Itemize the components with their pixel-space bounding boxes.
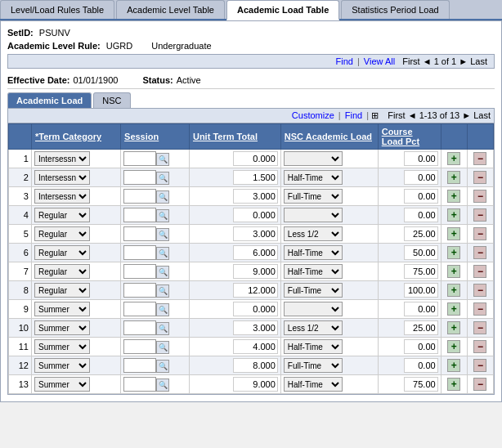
grid-icon[interactable]: ⊞ [371,110,379,120]
remove-row-button-1[interactable]: − [473,152,486,165]
course-load-pct-input-6[interactable] [404,245,438,260]
unit-term-total-input-4[interactable] [233,208,278,222]
session-search-button-13[interactable]: 🔍 [156,379,169,392]
add-row-button-7[interactable]: + [447,265,460,278]
session-search-button-7[interactable]: 🔍 [156,266,169,279]
remove-row-button-8[interactable]: − [473,284,486,297]
remove-row-button-13[interactable]: − [473,378,486,391]
session-input-7[interactable] [123,264,156,279]
nsc-academic-load-select-9[interactable]: Less 1/2Half-TimeFull-Time [284,302,343,316]
remove-row-button-10[interactable]: − [473,321,486,334]
nsc-academic-load-select-4[interactable]: Less 1/2Half-TimeFull-Time [284,208,343,222]
session-search-button-6[interactable]: 🔍 [156,247,169,260]
add-row-button-8[interactable]: + [447,284,460,297]
nsc-academic-load-select-12[interactable]: Less 1/2Half-TimeFull-Time [284,358,343,373]
remove-row-button-4[interactable]: − [473,208,486,222]
unit-term-total-input-5[interactable] [233,226,278,241]
session-search-button-11[interactable]: 🔍 [156,341,169,354]
term-category-select-9[interactable]: IntersessnRegularSummer [34,302,90,316]
header-link-course-load-pct[interactable]: CourseLoad Pct [382,127,419,146]
remove-row-button-7[interactable]: − [473,265,486,278]
last-label-table[interactable]: Last [473,110,491,120]
course-load-pct-input-7[interactable] [404,264,438,279]
unit-term-total-input-11[interactable] [233,339,278,354]
top-tab-level-load-rules[interactable]: Level/Load Rules Table [0,0,114,19]
course-load-pct-input-1[interactable] [404,151,438,166]
term-category-select-10[interactable]: IntersessnRegularSummer [34,320,90,335]
add-row-button-5[interactable]: + [447,227,460,240]
course-load-pct-input-5[interactable] [404,226,438,241]
nsc-academic-load-select-11[interactable]: Less 1/2Half-TimeFull-Time [284,339,343,354]
term-category-select-13[interactable]: IntersessnRegularSummer [34,377,90,392]
add-row-button-9[interactable]: + [447,302,460,316]
term-category-select-12[interactable]: IntersessnRegularSummer [34,358,90,373]
unit-term-total-input-1[interactable] [233,151,278,166]
nsc-academic-load-select-10[interactable]: Less 1/2Half-TimeFull-Time [284,320,343,335]
session-input-3[interactable] [123,189,156,204]
session-search-button-12[interactable]: 🔍 [156,360,169,373]
term-category-select-5[interactable]: IntersessnRegularSummer [34,226,90,241]
session-search-button-9[interactable]: 🔍 [156,303,169,316]
term-category-select-7[interactable]: IntersessnRegularSummer [34,264,90,279]
session-search-button-8[interactable]: 🔍 [156,284,169,298]
header-link-term-category[interactable]: *Term Category [35,132,101,141]
add-row-button-3[interactable]: + [447,190,460,203]
term-category-select-11[interactable]: IntersessnRegularSummer [34,339,90,354]
course-load-pct-input-12[interactable] [404,358,438,373]
course-load-pct-input-3[interactable] [404,189,438,204]
top-tab-academic-level[interactable]: Academic Level Table [116,0,225,19]
find-link-table[interactable]: Find [345,110,362,120]
top-tab-statistics-period-load[interactable]: Statistics Period Load [341,0,449,19]
add-row-button-1[interactable]: + [447,152,460,165]
unit-term-total-input-13[interactable] [233,377,278,392]
course-load-pct-input-4[interactable] [404,208,438,222]
session-search-button-5[interactable]: 🔍 [156,228,169,241]
remove-row-button-3[interactable]: − [473,190,486,203]
find-link-top[interactable]: Find [335,56,352,66]
session-search-button-2[interactable]: 🔍 [156,172,169,185]
remove-row-button-5[interactable]: − [473,227,486,240]
session-input-2[interactable] [123,170,156,185]
add-row-button-13[interactable]: + [447,378,460,391]
unit-term-total-input-8[interactable] [233,283,278,298]
header-link-session[interactable]: Session [124,132,159,141]
nsc-academic-load-select-2[interactable]: Less 1/2Half-TimeFull-Time [284,170,343,185]
session-input-11[interactable] [123,339,156,354]
unit-term-total-input-12[interactable] [233,358,278,373]
nsc-academic-load-select-13[interactable]: Less 1/2Half-TimeFull-Time [284,377,343,392]
session-input-1[interactable] [123,151,156,166]
remove-row-button-2[interactable]: − [473,171,486,184]
first-label-top[interactable]: First [402,56,419,66]
first-label-table[interactable]: First [388,110,405,120]
unit-term-total-input-7[interactable] [233,264,278,279]
customize-link[interactable]: Customize [292,110,334,120]
nsc-academic-load-select-5[interactable]: Less 1/2Half-TimeFull-Time [284,226,343,241]
remove-row-button-12[interactable]: − [473,359,486,372]
unit-term-total-input-9[interactable] [233,302,278,316]
term-category-select-6[interactable]: IntersessnRegularSummer [34,245,90,260]
remove-row-button-9[interactable]: − [473,302,486,316]
session-search-button-3[interactable]: 🔍 [156,190,169,204]
session-input-8[interactable] [123,283,156,298]
nsc-academic-load-select-7[interactable]: Less 1/2Half-TimeFull-Time [284,264,343,279]
sub-tab-nsc[interactable]: NSC [93,92,130,108]
add-row-button-10[interactable]: + [447,321,460,334]
term-category-select-1[interactable]: IntersessnRegularSummer [34,151,90,166]
top-tab-academic-load[interactable]: Academic Load Table [226,0,339,20]
unit-term-total-input-3[interactable] [233,189,278,204]
term-category-select-8[interactable]: IntersessnRegularSummer [34,283,90,298]
unit-term-total-input-10[interactable] [233,320,278,335]
session-input-12[interactable] [123,358,156,373]
session-search-button-4[interactable]: 🔍 [156,209,169,222]
course-load-pct-input-9[interactable] [404,302,438,316]
sub-tab-academic-load-sub[interactable]: Academic Load [7,92,92,108]
session-input-10[interactable] [123,320,156,335]
last-label-top[interactable]: Last [470,56,487,66]
session-input-5[interactable] [123,226,156,241]
header-link-nsc-academic-load[interactable]: NSC Academic Load [285,132,372,141]
course-load-pct-input-2[interactable] [404,170,438,185]
add-row-button-11[interactable]: + [447,340,460,353]
term-category-select-4[interactable]: IntersessnRegularSummer [34,208,90,222]
course-load-pct-input-11[interactable] [404,339,438,354]
unit-term-total-input-6[interactable] [233,245,278,260]
